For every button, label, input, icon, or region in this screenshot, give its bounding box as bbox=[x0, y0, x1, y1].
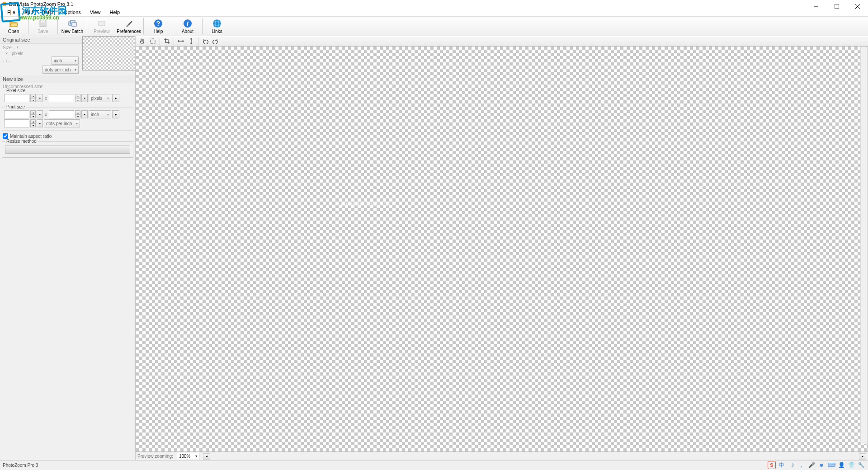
ime-moon-icon[interactable]: ☽ bbox=[788, 461, 796, 469]
ime-lang-icon[interactable]: 中 bbox=[778, 461, 786, 469]
ime-emoji-icon[interactable]: ☻ bbox=[817, 461, 826, 469]
svg-point-1 bbox=[4, 3, 5, 5]
print-width-spinner[interactable]: ▴▾ bbox=[30, 110, 36, 118]
print-height-input[interactable] bbox=[49, 110, 74, 118]
crop-tool-button[interactable] bbox=[162, 37, 172, 46]
canvas-watermark-text: www.pc0359.cn bbox=[341, 200, 391, 207]
menu-edit[interactable]: Edit bbox=[21, 9, 37, 15]
close-button[interactable] bbox=[847, 0, 868, 13]
svg-rect-3 bbox=[835, 4, 839, 9]
preferences-button[interactable]: Preferences bbox=[115, 17, 142, 36]
workspace: Original size Size: - / - - x - pixels -… bbox=[0, 36, 868, 460]
menu-view[interactable]: View bbox=[86, 9, 104, 15]
menu-help[interactable]: Help bbox=[106, 9, 123, 15]
globe-icon bbox=[212, 19, 222, 28]
statusbar: PhotoZoom Pro 3 bbox=[0, 460, 868, 470]
horizontal-scrollbar[interactable] bbox=[214, 453, 855, 460]
new-batch-button[interactable]: New Batch bbox=[59, 17, 86, 36]
toolbar-separator bbox=[57, 18, 58, 34]
canvas-viewport[interactable]: www.pc0359.cn bbox=[136, 46, 868, 452]
menu-file[interactable]: File bbox=[4, 9, 19, 15]
ime-skin-icon[interactable]: 👕 bbox=[847, 461, 855, 469]
vertical-scrollbar[interactable] bbox=[860, 47, 868, 444]
thumbnail-preview[interactable] bbox=[82, 36, 135, 70]
toolbar-separator bbox=[202, 18, 203, 34]
tools-icon bbox=[124, 19, 133, 28]
preview-icon bbox=[97, 19, 106, 28]
svg-rect-11 bbox=[99, 21, 105, 26]
preview-button: Preview bbox=[88, 17, 115, 36]
print-height-lock[interactable]: ▪ bbox=[81, 110, 88, 118]
print-apply-button[interactable]: ▸ bbox=[112, 110, 119, 118]
preview-zoom-combo[interactable]: 100% bbox=[177, 453, 199, 460]
print-dpi-spinner[interactable]: ▴▾ bbox=[30, 119, 36, 127]
svg-rect-10 bbox=[72, 23, 76, 26]
flip-horizontal-button[interactable] bbox=[176, 37, 186, 46]
ime-comma-icon[interactable]: ， bbox=[797, 461, 806, 469]
pixel-unit-combo[interactable]: pixels bbox=[89, 94, 111, 102]
info-icon: i bbox=[183, 19, 192, 28]
svg-rect-7 bbox=[41, 20, 45, 23]
print-size-group: Print size ▴▾ ▪ x ▴▾ ▪ inch ▸ ▴▾ ▪ dots … bbox=[2, 107, 133, 131]
links-button[interactable]: Links bbox=[203, 17, 231, 36]
main-toolbar: Open Save New Batch Preview Preferences … bbox=[0, 16, 868, 36]
open-button[interactable]: Open bbox=[0, 17, 27, 36]
toolbar-separator bbox=[143, 18, 144, 34]
print-dpi-combo[interactable]: dots per inch bbox=[44, 119, 80, 127]
flip-vertical-button[interactable] bbox=[186, 37, 196, 46]
maintain-aspect-checkbox[interactable] bbox=[3, 133, 8, 139]
save-button: Save bbox=[29, 17, 57, 36]
help-icon: ? bbox=[154, 19, 163, 28]
ime-sogou-icon[interactable]: S bbox=[768, 461, 776, 469]
print-dpi-input[interactable] bbox=[4, 119, 29, 127]
svg-text:?: ? bbox=[156, 20, 160, 27]
menu-batch[interactable]: Batch bbox=[38, 9, 58, 15]
ime-settings-icon[interactable]: 🔧 bbox=[857, 461, 865, 469]
left-panel: Original size Size: - / - - x - pixels -… bbox=[0, 36, 136, 460]
scroll-left-button[interactable]: ◂ bbox=[203, 453, 210, 460]
original-unit-combo[interactable]: inch bbox=[52, 56, 79, 65]
canvas-area: www.pc0359.cn Preview zooming: 100% ◂ ▸ bbox=[136, 36, 868, 460]
ime-user-icon[interactable]: 👤 bbox=[837, 461, 845, 469]
svg-rect-19 bbox=[151, 39, 155, 43]
original-dim-pixels: - x - pixels bbox=[3, 51, 79, 56]
pixel-height-input[interactable] bbox=[49, 94, 74, 102]
original-print-dim: - x - bbox=[3, 58, 10, 64]
system-tray: S 中 ☽ ， 🎤 ☻ ⌨ 👤 👕 🔧 bbox=[765, 460, 868, 470]
pixel-width-lock[interactable]: ▪ bbox=[37, 94, 43, 102]
window-title: BenVista PhotoZoom Pro 3.1 bbox=[9, 1, 73, 7]
ime-keyboard-icon[interactable]: ⌨ bbox=[827, 461, 835, 469]
original-dpi-combo[interactable]: dots per inch bbox=[42, 66, 79, 74]
canvas-toolbar-separator bbox=[160, 38, 160, 45]
original-size-value: Size: - / - bbox=[3, 45, 79, 51]
help-button[interactable]: ? Help bbox=[145, 17, 172, 36]
print-width-input[interactable] bbox=[4, 110, 29, 118]
minimize-button[interactable] bbox=[806, 0, 826, 13]
menu-options[interactable]: Options bbox=[60, 9, 85, 15]
maximize-button[interactable] bbox=[826, 0, 847, 13]
about-button[interactable]: i About bbox=[174, 17, 201, 36]
print-dpi-lock[interactable]: ▪ bbox=[37, 119, 43, 127]
redo-button[interactable] bbox=[211, 37, 221, 46]
pixel-size-group: Pixel size ▴▾ ▪ x ▴▾ ▪ pixels ▸ bbox=[2, 91, 133, 105]
pixel-width-input[interactable] bbox=[4, 94, 29, 102]
resize-method-combo[interactable] bbox=[5, 146, 130, 154]
scroll-right-button[interactable]: ▸ bbox=[859, 453, 866, 460]
pixel-height-lock[interactable]: ▪ bbox=[81, 94, 88, 102]
hand-tool-button[interactable] bbox=[137, 37, 147, 46]
print-unit-combo[interactable]: inch bbox=[89, 110, 111, 118]
resize-method-group: Resize method bbox=[2, 141, 133, 158]
print-width-lock[interactable]: ▪ bbox=[37, 110, 43, 118]
toolbar-separator bbox=[28, 18, 28, 34]
undo-button[interactable] bbox=[200, 37, 210, 46]
navigate-tool-button[interactable] bbox=[148, 37, 158, 46]
toolbar-separator bbox=[87, 18, 87, 34]
pixel-width-spinner[interactable]: ▴▾ bbox=[30, 94, 36, 102]
print-height-spinner[interactable]: ▴▾ bbox=[75, 110, 80, 118]
pixel-apply-button[interactable]: ▸ bbox=[112, 94, 119, 102]
ime-mic-icon[interactable]: 🎤 bbox=[807, 461, 816, 469]
statusbar-text: PhotoZoom Pro 3 bbox=[3, 463, 38, 468]
toolbar-separator bbox=[173, 18, 173, 34]
pixel-height-spinner[interactable]: ▴▾ bbox=[75, 94, 80, 102]
maintain-aspect-label: Maintain aspect ratio bbox=[10, 134, 52, 139]
